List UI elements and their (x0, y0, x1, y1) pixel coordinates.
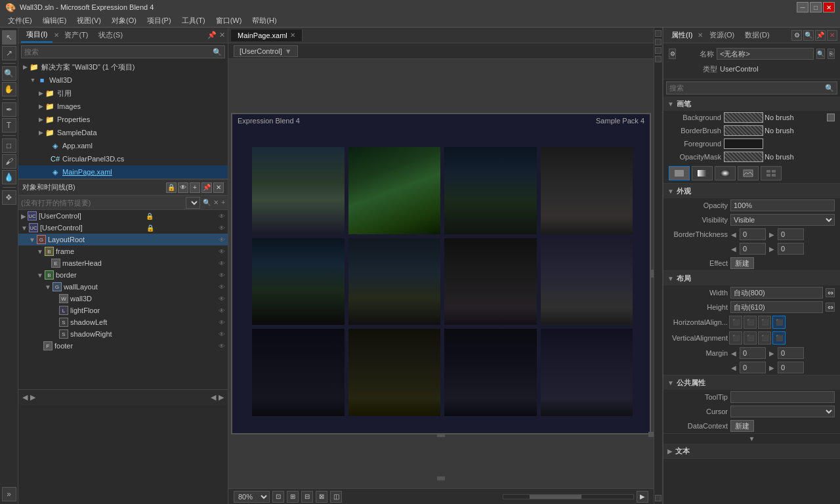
name-search-icon[interactable]: 🔍 (816, 49, 825, 59)
opacitymask-swatch[interactable] (724, 152, 763, 162)
uc2-lock-icon[interactable]: 🔒 (146, 224, 154, 232)
right-panel-settings-icon[interactable]: ⚙ (791, 30, 802, 41)
canvas-frame[interactable]: Expression Blend 4 Sample Pack 4 (231, 113, 651, 434)
close-button[interactable]: ✕ (823, 2, 835, 12)
menu-window[interactable]: 窗口(W) (211, 14, 247, 27)
opacity-input[interactable] (730, 200, 835, 211)
pan-tool[interactable]: ✋ (2, 82, 16, 96)
brush-section-header[interactable]: ▼ 画笔 (663, 96, 840, 111)
tree-item-sampledata[interactable]: ▶ 📁 SampleData (18, 126, 228, 139)
obj-item-shadowright[interactable]: ▶ S shadowRight 👁 (18, 328, 228, 340)
bt-input-4[interactable] (778, 243, 804, 255)
right-panel-close-icon[interactable]: ✕ (827, 30, 837, 41)
fit-view-btn[interactable]: ⊡ (272, 491, 284, 503)
border-vis-icon[interactable]: 👁 (219, 272, 225, 279)
nav-strip-btn3[interactable] (655, 47, 662, 54)
valign-top-btn[interactable]: ⬛ (729, 331, 742, 345)
valign-bottom-btn[interactable]: ⬛ (758, 331, 771, 345)
text-tool[interactable]: T (2, 118, 16, 133)
datacontext-new-btn[interactable]: 新建 (730, 420, 754, 432)
foreground-swatch[interactable] (724, 138, 763, 149)
tree-item-solution[interactable]: ▶ 📁 解决方案 "Wall3D" (1 个项目) (18, 60, 228, 74)
photo-cell-1[interactable] (252, 147, 345, 234)
background-swatch[interactable] (724, 112, 763, 123)
tab-project-close[interactable]: ✕ (54, 32, 59, 39)
valign-center-btn[interactable]: ⬛ (744, 331, 757, 345)
asset-tool[interactable]: ❖ (2, 190, 16, 205)
photo-cell-5[interactable] (252, 238, 345, 326)
menu-help[interactable]: 帮助(H) (247, 14, 282, 27)
zoom-in-icon[interactable]: ▶ (30, 393, 35, 402)
visibility-select[interactable]: Visible Hidden Collapsed (730, 214, 835, 226)
photo-cell-3[interactable] (444, 147, 537, 234)
photo-cell-10[interactable] (348, 329, 441, 416)
select-tool[interactable]: ↖ (2, 30, 16, 45)
obj-item-border[interactable]: ▼ B border 👁 (18, 269, 228, 281)
obj-item-usercontrol-root[interactable]: ▶ UC [UserControl] 🔒 👁 (18, 210, 228, 222)
add-object-btn[interactable]: + (190, 182, 200, 193)
cursor-select[interactable] (730, 406, 835, 417)
margin-input-1[interactable] (740, 347, 766, 359)
visibility-all-icon[interactable]: 👁 (178, 182, 188, 193)
height-input[interactable] (730, 301, 823, 313)
tile-brush-btn[interactable] (761, 166, 782, 180)
borderbrush-swatch[interactable] (724, 125, 763, 136)
horizontal-scrollbar[interactable] (503, 494, 634, 499)
image-brush-btn[interactable] (738, 166, 759, 180)
tab-properties[interactable]: 属性(I) (666, 28, 698, 42)
obj-item-frame[interactable]: ▼ B frame 👁 (18, 245, 228, 257)
right-panel-pin-icon[interactable]: 📌 (815, 30, 826, 41)
nav-strip-btn2[interactable] (655, 39, 662, 45)
timeline-clear-icon[interactable]: ✕ (213, 199, 219, 206)
wl-vis-icon[interactable]: 👁 (219, 284, 225, 291)
prop-tab-close[interactable]: ✕ (698, 32, 703, 39)
obj-item-uc[interactable]: ▼ UC [UserControl] 🔒 👁 (18, 222, 228, 234)
obj-item-shadowleft[interactable]: ▶ S shadowLeft 👁 (18, 316, 228, 328)
margin-input-3[interactable] (740, 362, 766, 373)
halign-left-btn[interactable]: ⬛ (729, 316, 742, 329)
breadcrumb-usercontrol[interactable]: [UserControl] ▼ (234, 45, 298, 57)
close-panel-icon[interactable]: ✕ (213, 182, 224, 193)
height-link-icon[interactable]: ⇔ (826, 303, 835, 312)
photo-cell-8[interactable] (541, 238, 633, 326)
tab-project[interactable]: 项目(I) (21, 28, 52, 43)
scroll-left-icon[interactable]: ◀ (211, 393, 216, 402)
tree-item-project[interactable]: ▼ ■ Wall3D (18, 74, 228, 87)
tab-assets[interactable]: 资产(T) (59, 28, 93, 42)
menu-project[interactable]: 项目(P) (142, 14, 177, 27)
obj-item-walllayout[interactable]: ▼ G wallLayout 👁 (18, 281, 228, 293)
sr-vis-icon[interactable]: 👁 (219, 331, 225, 338)
solid-brush-btn[interactable] (669, 166, 690, 180)
right-search-input[interactable] (667, 84, 822, 92)
gradient-radial-btn[interactable] (715, 166, 736, 180)
obj-item-masterhead[interactable]: ▶ E masterHead 👁 (18, 257, 228, 269)
obj-item-layoutroot[interactable]: ▼ G LayoutRoot 👁 (18, 234, 228, 245)
tree-item-properties[interactable]: ▶ 📁 Properties (18, 113, 228, 126)
photo-cell-4[interactable] (541, 147, 633, 234)
expand-more-row[interactable]: ▼ (663, 434, 840, 444)
halign-stretch-btn[interactable]: ⬛ (772, 316, 786, 329)
nav-strip-btn4[interactable] (655, 56, 662, 62)
menu-object[interactable]: 对象(O) (106, 14, 142, 27)
menu-view[interactable]: 视图(V) (72, 14, 106, 27)
more-tools[interactable]: » (2, 487, 16, 501)
grid-view2-btn[interactable]: ⊟ (301, 491, 313, 503)
paint-tool[interactable]: 🖌 (2, 154, 16, 169)
photo-cell-2[interactable] (348, 147, 441, 234)
grid-view-btn[interactable]: ⊞ (287, 491, 299, 503)
tab-resources[interactable]: 资源(O) (704, 28, 740, 42)
menu-tools[interactable]: 工具(T) (177, 14, 211, 27)
halign-center-btn[interactable]: ⬛ (744, 316, 757, 329)
titlebar-controls[interactable]: ─ □ ✕ (797, 2, 835, 12)
w3d-vis-icon[interactable]: 👁 (219, 295, 225, 303)
panel-close-icon[interactable]: ✕ (219, 31, 225, 39)
obj-item-footer[interactable]: ▶ F footer 👁 (18, 340, 228, 352)
maximize-button[interactable]: □ (810, 2, 822, 12)
effect-new-btn[interactable]: 新建 (730, 257, 754, 269)
scroll-right-icon[interactable]: ▶ (219, 393, 224, 402)
name-input[interactable] (717, 48, 814, 60)
frame-vis-icon[interactable]: 👁 (219, 248, 225, 255)
bt-input-2[interactable] (778, 228, 804, 240)
background-dot[interactable] (827, 114, 835, 121)
margin-input-4[interactable] (778, 362, 804, 373)
